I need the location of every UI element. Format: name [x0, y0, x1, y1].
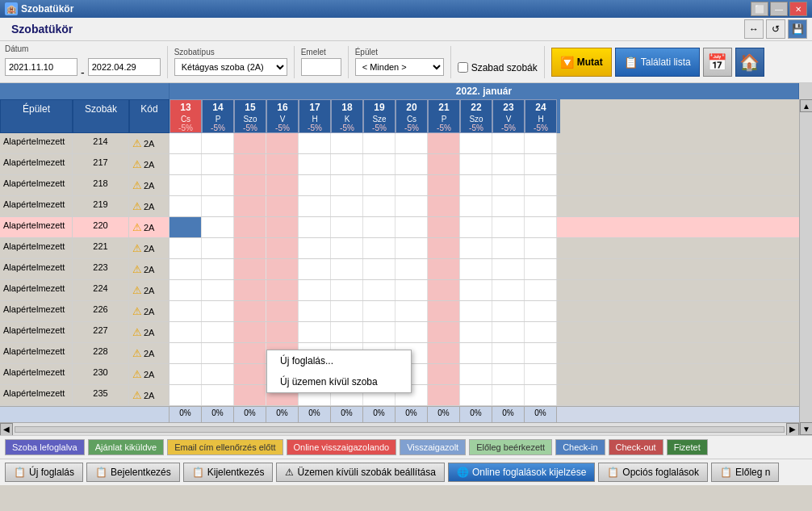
day-cell-4-7[interactable]	[396, 217, 428, 237]
day-cell-5-2[interactable]	[234, 238, 266, 258]
day-cell-12-11[interactable]	[525, 385, 557, 405]
vscrollbar[interactable]: ▲ ▼	[799, 99, 812, 435]
day-cell-7-7[interactable]	[396, 280, 428, 300]
day-cell-12-0[interactable]	[170, 385, 202, 405]
day-cell-1-11[interactable]	[525, 154, 557, 174]
day-cell-2-7[interactable]	[396, 175, 428, 195]
day-cell-12-1[interactable]	[202, 385, 234, 405]
day-cell-0-7[interactable]	[396, 133, 428, 153]
day-cell-2-0[interactable]	[170, 175, 202, 195]
day-cell-8-5[interactable]	[331, 301, 363, 321]
day-cell-2-9[interactable]	[460, 175, 492, 195]
day-cell-9-5[interactable]	[331, 322, 363, 342]
kijelentkezes-button[interactable]: 📋 Kijelentkezés	[183, 463, 274, 482]
day-cell-0-2[interactable]	[234, 133, 266, 153]
day-cell-12-10[interactable]	[492, 385, 525, 405]
day-cell-0-11[interactable]	[525, 133, 557, 153]
table-row[interactable]: Alapértelmezett219⚠2A	[0, 196, 799, 217]
day-cell-0-5[interactable]	[331, 133, 363, 153]
day-cell-0-4[interactable]	[299, 133, 331, 153]
emelet-input[interactable]	[301, 58, 341, 76]
opcios-button[interactable]: 📋 Opciós foglalások	[598, 463, 708, 482]
minimize-btn[interactable]: —	[770, 2, 788, 16]
table-row[interactable]: Alapértelmezett217⚠2A	[0, 154, 799, 175]
day-cell-1-9[interactable]	[460, 154, 492, 174]
day-cell-9-4[interactable]	[299, 322, 331, 342]
day-cell-1-10[interactable]	[492, 154, 525, 174]
day-cell-9-11[interactable]	[525, 322, 557, 342]
day-cell-1-2[interactable]	[234, 154, 266, 174]
day-cell-3-10[interactable]	[492, 196, 525, 216]
day-cell-10-1[interactable]	[202, 343, 234, 363]
day-cell-7-5[interactable]	[331, 280, 363, 300]
day-cell-4-1[interactable]	[202, 217, 234, 237]
day-cell-11-0[interactable]	[170, 364, 202, 384]
talalati-button[interactable]: 📋 Találati lista	[615, 48, 700, 77]
day-cell-8-0[interactable]	[170, 301, 202, 321]
day-cell-6-4[interactable]	[299, 259, 331, 279]
day-cell-3-1[interactable]	[202, 196, 234, 216]
day-cell-2-5[interactable]	[331, 175, 363, 195]
day-cell-8-10[interactable]	[492, 301, 525, 321]
day-cell-1-4[interactable]	[299, 154, 331, 174]
table-row[interactable]: Alapértelmezett220⚠2A	[0, 217, 799, 238]
eloleg-button[interactable]: 📋 Előleg n	[711, 463, 779, 482]
day-cell-1-0[interactable]	[170, 154, 202, 174]
day-cell-5-3[interactable]	[266, 238, 299, 258]
day-cell-6-10[interactable]	[492, 259, 525, 279]
icon-btn-3[interactable]: 💾	[788, 19, 807, 39]
day-cell-7-3[interactable]	[266, 280, 299, 300]
day-cell-7-0[interactable]	[170, 280, 202, 300]
day-cell-5-0[interactable]	[170, 238, 202, 258]
day-cell-7-1[interactable]	[202, 280, 234, 300]
day-cell-5-1[interactable]	[202, 238, 234, 258]
day-cell-0-10[interactable]	[492, 133, 525, 153]
table-row[interactable]: Alapértelmezett226⚠2A	[0, 301, 799, 322]
day-cell-8-4[interactable]	[299, 301, 331, 321]
day-cell-8-11[interactable]	[525, 301, 557, 321]
day-cell-4-11[interactable]	[525, 217, 557, 237]
day-cell-11-2[interactable]	[234, 364, 266, 384]
day-cell-6-2[interactable]	[234, 259, 266, 279]
day-cell-5-4[interactable]	[299, 238, 331, 258]
day-cell-3-5[interactable]	[331, 196, 363, 216]
day-cell-4-8[interactable]	[428, 217, 460, 237]
day-cell-2-8[interactable]	[428, 175, 460, 195]
day-cell-9-6[interactable]	[363, 322, 396, 342]
day-cell-6-7[interactable]	[396, 259, 428, 279]
day-cell-9-3[interactable]	[266, 322, 299, 342]
day-cell-2-4[interactable]	[299, 175, 331, 195]
day-cell-4-9[interactable]	[460, 217, 492, 237]
context-menu-item-1[interactable]: Új üzemen kívül szoba	[267, 371, 411, 392]
day-cell-9-7[interactable]	[396, 322, 428, 342]
day-cell-0-1[interactable]	[202, 133, 234, 153]
day-cell-0-8[interactable]	[428, 133, 460, 153]
day-cell-7-4[interactable]	[299, 280, 331, 300]
context-menu-item-0[interactable]: Új foglalás...	[267, 350, 411, 371]
hscrollbar[interactable]: ◀ ▶	[0, 422, 799, 435]
icon-btn-1[interactable]: ↔	[744, 19, 764, 39]
day-cell-4-10[interactable]	[492, 217, 525, 237]
mutat-button[interactable]: 🔽 Mutat	[551, 48, 612, 77]
day-cell-6-6[interactable]	[363, 259, 396, 279]
day-cell-1-8[interactable]	[428, 154, 460, 174]
day-cell-4-2[interactable]	[234, 217, 266, 237]
day-cell-5-5[interactable]	[331, 238, 363, 258]
day-cell-5-7[interactable]	[396, 238, 428, 258]
datum-to-input[interactable]: 2022.04.29	[88, 58, 161, 76]
day-cell-3-2[interactable]	[234, 196, 266, 216]
table-row[interactable]: Alapértelmezett218⚠2A	[0, 175, 799, 196]
day-cell-11-8[interactable]	[428, 364, 460, 384]
day-cell-3-7[interactable]	[396, 196, 428, 216]
hscroll-right-btn[interactable]: ▶	[786, 423, 799, 436]
day-cell-5-10[interactable]	[492, 238, 525, 258]
day-cell-10-9[interactable]	[460, 343, 492, 363]
day-cell-12-2[interactable]	[234, 385, 266, 405]
day-cell-3-6[interactable]	[363, 196, 396, 216]
day-cell-9-0[interactable]	[170, 322, 202, 342]
day-cell-2-6[interactable]	[363, 175, 396, 195]
day-cell-9-1[interactable]	[202, 322, 234, 342]
day-cell-7-9[interactable]	[460, 280, 492, 300]
table-row[interactable]: Alapértelmezett223⚠2A	[0, 259, 799, 280]
vscroll-down-btn[interactable]: ▼	[800, 422, 812, 435]
